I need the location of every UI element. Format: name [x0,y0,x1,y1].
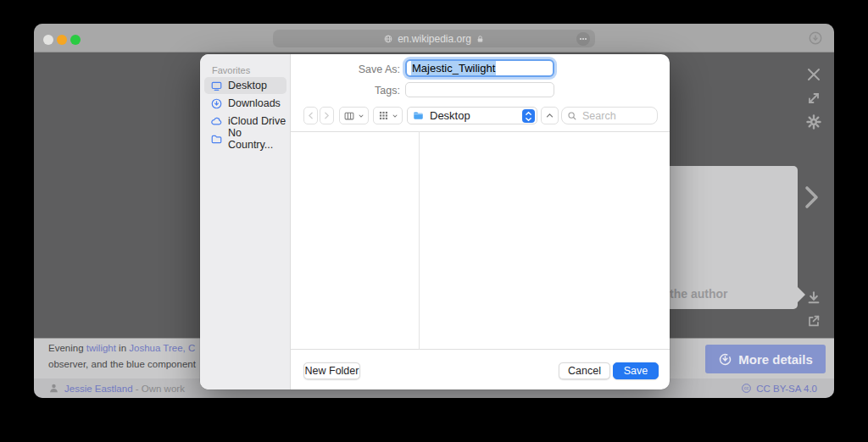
column-view-icon [343,110,355,122]
blue-folder-icon [412,109,425,122]
downloads-toolbar-icon[interactable] [808,30,823,46]
traffic-light-close[interactable] [43,35,53,45]
screenshot-root: en.wikipedia.org [0,0,868,442]
flyout-arrow [798,287,805,302]
address-bar[interactable]: en.wikipedia.org [273,30,595,47]
forward-button[interactable] [320,107,334,124]
favorites-header: Favorites [212,65,250,75]
fullscreen-icon[interactable] [805,90,822,107]
more-details-button[interactable]: More details [705,345,826,373]
lock-icon [476,34,485,44]
license-link[interactable]: cc CC BY-SA 4.0 [741,383,817,394]
cancel-button[interactable]: Cancel [559,362,610,379]
save-as-label: Save As: [319,64,400,75]
column-view-button[interactable] [339,107,369,124]
author-link[interactable]: Jessie Eastland [64,384,133,394]
svg-text:cc: cc [744,385,749,390]
sidebar-item-label: iCloud Drive [228,115,286,127]
sidebar-item-label: Desktop [228,80,267,91]
sidebar-item-label: No Country... [228,127,287,151]
settings-gear-icon[interactable] [805,113,822,130]
file-browser-columns[interactable] [291,131,670,350]
location-value: Desktop [430,109,470,122]
tags-input[interactable] [405,82,554,97]
downloads-circle-icon [210,97,223,110]
filename-input[interactable]: Majestic_Twilight [405,59,554,77]
globe-icon [383,34,393,44]
dialog-sidebar: Favorites Desktop Downloads [200,54,291,390]
search-icon [567,111,577,121]
download-flyout-panel: the author [661,166,798,309]
sidebar-item-label: Downloads [228,97,281,109]
caption-link-twilight[interactable]: twilight [86,343,116,353]
column-divider [419,131,420,350]
chevron-down-icon [392,113,398,119]
caption-link-joshua-tree[interactable]: Joshua Tree, C [129,343,195,353]
more-options-icon[interactable] [576,32,590,46]
caption-line-1: Evening twilight in Joshua Tree, C [48,343,195,353]
sidebar-item-downloads[interactable]: Downloads [204,95,287,112]
url-text: en.wikipedia.org [398,33,471,45]
grid-view-icon [378,110,389,121]
location-dropdown[interactable]: Desktop [407,107,537,124]
sidebar-item-desktop[interactable]: Desktop [204,77,287,94]
desktop-icon [210,80,223,92]
more-details-label: More details [738,352,813,367]
up-directory-button[interactable] [541,107,559,124]
new-folder-button[interactable]: New Folder [303,362,360,379]
commons-logo-icon [718,352,732,367]
back-button[interactable] [303,107,318,124]
cloud-icon [210,115,223,128]
next-image-icon[interactable] [802,185,821,210]
traffic-light-zoom[interactable] [70,35,81,45]
save-button[interactable]: Save [613,362,659,379]
browser-toolbar: en.wikipedia.org [34,24,834,52]
author-person-icon [48,383,59,394]
download-image-icon[interactable] [806,290,821,306]
author-rest: - Own work [133,384,185,394]
traffic-light-minimize[interactable] [57,35,67,45]
chevron-down-icon [358,113,364,119]
sidebar-item-no-country[interactable]: No Country... [204,130,287,147]
cc-icon: cc [741,383,752,394]
dropdown-stepper-icon [522,109,535,123]
close-icon[interactable] [805,66,822,83]
share-icon[interactable] [806,313,821,329]
filename-selected-text: Majestic_Twilight [411,61,496,75]
tags-label: Tags: [319,85,400,97]
search-field[interactable] [561,107,658,124]
save-dialog: Favorites Desktop Downloads [200,54,670,390]
flyout-text: the author [670,287,727,301]
search-input[interactable] [581,109,652,123]
caption-line-2: observer, and the blue component [48,359,196,369]
folder-icon [210,133,223,146]
icon-view-button[interactable] [373,107,403,124]
